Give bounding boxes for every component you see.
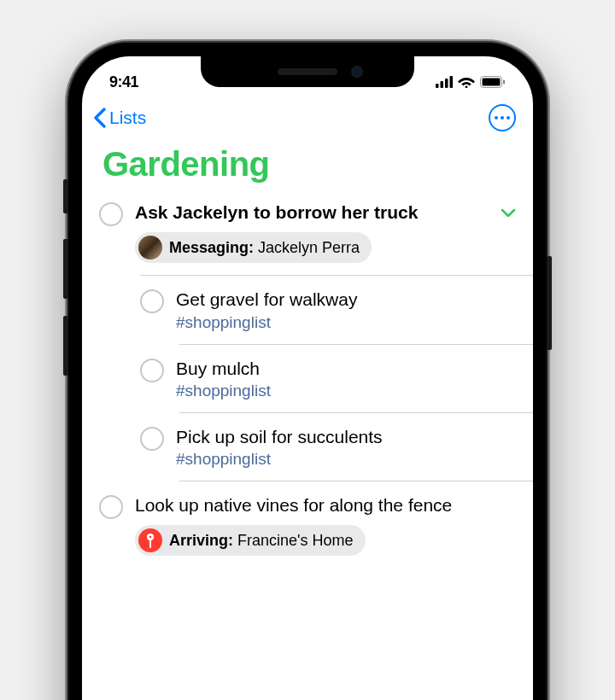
reminder-item[interactable]: Ask Jackelyn to borrow her truck Messagi… (82, 201, 533, 275)
back-label: Lists (109, 108, 146, 128)
svg-point-8 (149, 536, 152, 539)
phone-frame: 9:41 Lists Gardening (68, 43, 547, 700)
reminder-item[interactable]: Pick up soil for succulents #shoppinglis… (82, 425, 533, 481)
svg-rect-5 (483, 79, 501, 86)
nav-bar: Lists (82, 99, 533, 135)
reminder-tag[interactable]: #shoppinglist (176, 382, 516, 400)
status-time: 9:41 (109, 73, 138, 91)
reminder-title: Pick up soil for succulents (176, 425, 516, 448)
battery-icon (480, 76, 506, 88)
reminder-checkbox[interactable] (140, 427, 164, 451)
divider (179, 481, 533, 481)
contact-chip[interactable]: Messaging: Jackelyn Perra (135, 232, 372, 263)
chip-label: Arriving: Francine's Home (169, 532, 354, 550)
reminder-item[interactable]: Get gravel for walkway #shoppinglist (82, 288, 533, 343)
screen: 9:41 Lists Gardening (82, 56, 533, 700)
reminder-title: Buy mulch (176, 357, 516, 380)
reminder-title: Ask Jackelyn to borrow her truck (135, 201, 418, 224)
power-button (547, 256, 552, 350)
speaker-grille (278, 68, 337, 75)
chip-label: Messaging: Jackelyn Perra (169, 239, 360, 257)
divider (140, 275, 533, 276)
svg-rect-1 (441, 81, 444, 88)
chevron-down-icon[interactable] (501, 207, 516, 218)
divider (179, 412, 533, 413)
divider (179, 344, 533, 345)
front-camera (351, 66, 363, 78)
notch (201, 56, 414, 87)
back-button[interactable]: Lists (92, 107, 146, 129)
reminder-title: Look up native vines for along the fence (135, 493, 516, 516)
volume-up-button (63, 239, 68, 299)
reminder-item[interactable]: Buy mulch #shoppinglist (82, 357, 533, 412)
location-chip[interactable]: Arriving: Francine's Home (135, 525, 366, 556)
reminder-tag[interactable]: #shoppinglist (176, 313, 516, 332)
svg-rect-0 (436, 84, 439, 88)
status-icons (436, 76, 506, 88)
svg-rect-2 (445, 79, 448, 88)
reminder-tag[interactable]: #shoppinglist (176, 450, 516, 469)
reminder-checkbox[interactable] (99, 202, 123, 226)
svg-rect-3 (450, 76, 454, 88)
avatar (138, 236, 162, 260)
reminder-checkbox[interactable] (140, 289, 164, 313)
mute-switch (63, 179, 68, 213)
chevron-left-icon (92, 107, 108, 129)
reminders-list: Ask Jackelyn to borrow her truck Messagi… (82, 201, 533, 568)
reminder-title: Get gravel for walkway (176, 288, 516, 311)
more-button[interactable] (489, 104, 516, 131)
pin-icon (138, 528, 162, 552)
reminder-checkbox[interactable] (99, 495, 123, 519)
sub-reminders: Get gravel for walkway #shoppinglist Buy… (82, 288, 533, 481)
cellular-icon (436, 76, 453, 88)
volume-down-button (63, 316, 68, 376)
reminder-item[interactable]: Look up native vines for along the fence… (82, 493, 533, 568)
svg-rect-6 (503, 80, 505, 85)
reminder-checkbox[interactable] (140, 359, 164, 382)
ellipsis-icon (495, 116, 510, 120)
page-title: Gardening (82, 135, 533, 201)
wifi-icon (458, 76, 475, 88)
